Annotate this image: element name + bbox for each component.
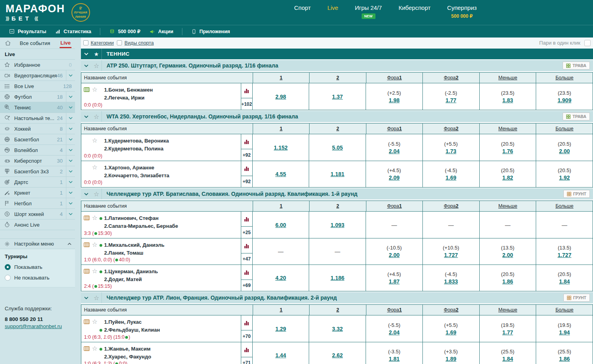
odds-value[interactable]: 1.77 xyxy=(502,329,513,336)
topnav-item[interactable]: Суперприз500 000 ₽ xyxy=(447,4,477,19)
odds-value[interactable]: 1.87 xyxy=(389,278,400,285)
tab-live[interactable]: Live xyxy=(60,38,71,48)
sidebar-item-basketball[interactable]: Баскетбол21 xyxy=(0,134,75,145)
statistics-icon[interactable] xyxy=(241,161,252,176)
column-header[interactable]: 1 xyxy=(253,305,310,315)
column-header[interactable]: Больше xyxy=(536,305,593,315)
column-header[interactable]: Больше xyxy=(536,124,593,134)
sidebar-item-cricket[interactable]: Крикет1 xyxy=(0,188,75,198)
player-name[interactable]: 1.Бонзи, Бенжамен xyxy=(104,86,153,94)
sidebar-item-football[interactable]: Футбол18 xyxy=(0,92,75,102)
chevron-down-icon[interactable] xyxy=(66,113,75,123)
subnav-item[interactable]: Акции xyxy=(149,28,173,35)
more-markets-link[interactable]: +70 xyxy=(241,330,252,342)
tournament-star-icon[interactable]: ☆ xyxy=(92,63,101,68)
column-header[interactable]: Больше xyxy=(536,201,593,211)
odds-value[interactable]: 4.55 xyxy=(275,171,286,177)
odds-value[interactable]: 1.186 xyxy=(330,275,344,281)
sidebar-item-volleyball[interactable]: Волейбол4 xyxy=(0,145,75,156)
sidebar-item-b3x3[interactable]: Баскетбол 3х32 xyxy=(0,166,75,177)
radio-button[interactable] xyxy=(5,264,11,270)
topnav-item[interactable]: Live xyxy=(327,4,338,19)
chevron-down-icon[interactable] xyxy=(66,124,75,134)
player-name[interactable]: 1.Цукерман, Даниэль xyxy=(104,268,158,276)
column-header[interactable]: Меньше xyxy=(479,201,536,211)
brand-logo[interactable]: МАРАФОН ⟩⟩⟩ БЕТ ⟨⟨⟨ 🙒 ЛУЧШАЯ ЛИНИЯ xyxy=(6,3,90,22)
player-name[interactable]: 1.Жанвье, Максим xyxy=(104,345,151,353)
odds-value[interactable]: 2.00 xyxy=(559,148,570,154)
sidebar-item-shorthockey[interactable]: Шорт хоккей4 xyxy=(0,209,75,220)
tournament-star-icon[interactable]: ☆ xyxy=(92,191,101,197)
odds-value[interactable]: 1.69 xyxy=(446,329,456,336)
player-name[interactable]: 1.Михальский, Даниэль xyxy=(104,241,165,249)
odds-value[interactable]: 1.82 xyxy=(502,174,513,181)
tab-all-events[interactable]: Все события xyxy=(20,40,50,46)
column-header[interactable]: 1 xyxy=(253,73,310,83)
odds-value[interactable]: 1.98 xyxy=(389,97,400,103)
column-header[interactable]: Фора1 xyxy=(366,201,423,211)
player-name[interactable]: 2.Додиг, Матей xyxy=(104,276,158,283)
radio-button[interactable] xyxy=(5,275,11,281)
more-markets-link[interactable]: +25 xyxy=(241,226,252,238)
odds-value[interactable]: 1.81 xyxy=(389,356,400,362)
player-name[interactable]: 2.Коччаретто, Элизабетта xyxy=(104,172,169,180)
favorite-star-icon[interactable]: ☆ xyxy=(92,87,98,92)
odds-value[interactable]: 4.20 xyxy=(275,275,286,281)
more-markets-link[interactable]: +92 xyxy=(241,176,252,187)
sidebar-item-tennis[interactable]: Теннис40 xyxy=(0,102,75,113)
tournaments-radio-option[interactable]: Показывать xyxy=(5,264,70,270)
odds-value[interactable]: 1.44 xyxy=(275,352,286,358)
sidebar-menu-settings[interactable]: Настройки меню xyxy=(0,238,75,249)
odds-value[interactable]: 1.37 xyxy=(332,94,343,100)
chevron-down-icon[interactable] xyxy=(66,209,75,219)
odds-value[interactable]: 1.727 xyxy=(557,252,571,258)
chevron-down-icon[interactable] xyxy=(66,177,75,187)
player-name[interactable]: 2.Ланик, Томаш xyxy=(104,249,165,257)
chevron-down-icon[interactable] xyxy=(81,64,92,67)
chevron-down-icon[interactable] xyxy=(66,102,75,113)
sports-checkbox[interactable] xyxy=(117,40,122,45)
categories-link[interactable]: Категории xyxy=(91,40,114,46)
sidebar-item-stopwatch[interactable]: Анонс Live xyxy=(0,220,75,230)
odds-value[interactable]: 3.32 xyxy=(332,326,343,332)
player-name[interactable]: 2.Кудерметова, Полина xyxy=(104,145,169,153)
support-email-link[interactable]: support@marathonbet.ru xyxy=(5,323,70,329)
odds-value[interactable]: 1.89 xyxy=(446,356,456,362)
subnav-item[interactable]: Статистика xyxy=(55,29,91,34)
odds-value[interactable]: 1.94 xyxy=(559,329,570,336)
sports-link[interactable]: Виды спорта xyxy=(124,40,154,46)
odds-value[interactable]: 1.29 xyxy=(275,326,286,332)
column-header[interactable]: 2 xyxy=(309,305,366,315)
odds-value[interactable]: 1.86 xyxy=(502,278,513,285)
column-header[interactable]: Фора2 xyxy=(422,201,479,211)
chevron-down-icon[interactable] xyxy=(66,145,75,155)
column-header[interactable]: 2 xyxy=(309,124,366,134)
favorite-star-icon[interactable]: ☆ xyxy=(92,319,98,324)
more-markets-link[interactable]: +69 xyxy=(241,280,252,291)
odds-value[interactable]: 2.04 xyxy=(389,329,400,336)
player-name[interactable]: 2.Хуарес, Факундо xyxy=(104,353,151,361)
sidebar-item-favstar[interactable]: Избранное0 xyxy=(0,60,75,70)
odds-value[interactable]: 1.76 xyxy=(502,148,513,154)
odds-value[interactable]: 1.84 xyxy=(559,278,570,285)
odds-value[interactable]: 1.833 xyxy=(444,278,458,285)
chevron-down-icon[interactable] xyxy=(66,92,75,102)
statistics-icon[interactable] xyxy=(241,265,252,280)
column-header[interactable]: Меньше xyxy=(479,124,536,134)
topnav-item[interactable]: Киберспорт xyxy=(398,4,430,19)
odds-value[interactable]: 5.05 xyxy=(332,144,343,151)
column-header[interactable]: Меньше xyxy=(479,305,536,315)
column-header[interactable]: Фора1 xyxy=(366,73,423,83)
odds-value[interactable]: 1.84 xyxy=(502,356,513,362)
odds-value[interactable]: 2.98 xyxy=(275,94,286,100)
statistics-icon[interactable] xyxy=(241,315,252,330)
chevron-down-icon[interactable] xyxy=(66,134,75,144)
more-markets-link[interactable]: +47 xyxy=(241,253,252,265)
more-markets-link[interactable]: +102 xyxy=(241,98,252,110)
tournament-star-icon[interactable]: ☆ xyxy=(92,114,101,119)
sidebar-item-hockey[interactable]: Хоккей8 xyxy=(0,124,75,134)
column-header[interactable]: 1 xyxy=(253,201,310,211)
column-header[interactable]: Фора1 xyxy=(366,124,423,134)
sidebar-item-video[interactable]: Видеотрансляция46 xyxy=(0,70,75,81)
topnav-item[interactable]: Спорт xyxy=(294,4,311,19)
